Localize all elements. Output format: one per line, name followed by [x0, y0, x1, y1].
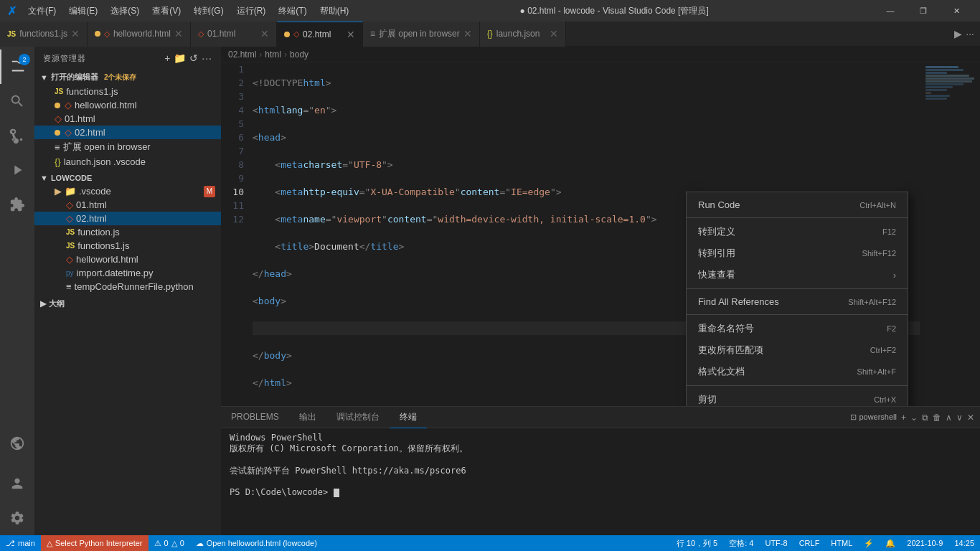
statusbar-time[interactable]: 14:25	[948, 535, 980, 551]
terminal-content[interactable]: Windows PowerShell 版权所有 (C) Microsoft Co…	[221, 428, 980, 535]
new-folder-icon[interactable]: 📁	[174, 52, 187, 64]
ctx-run-code[interactable]: Run Code Ctrl+Alt+N	[687, 195, 908, 215]
activity-search[interactable]	[0, 84, 34, 118]
tab-open-in-browser[interactable]: ≡ 扩展 open in browser ✕	[363, 22, 480, 47]
file-02html[interactable]: ◇ 02.html	[34, 212, 221, 225]
menu-view[interactable]: 查看(V)	[146, 2, 187, 20]
file-01html[interactable]: ◇ 01.html	[34, 198, 221, 212]
activity-extensions[interactable]	[0, 187, 34, 222]
file-import-datetime[interactable]: py import.datetime.py	[34, 266, 221, 280]
menu-select[interactable]: 选择(S)	[105, 2, 145, 20]
menu-terminal[interactable]: 终端(T)	[273, 2, 312, 20]
file-helloworldhtml[interactable]: ◇ helloworld.html	[34, 253, 221, 266]
panel-close-icon[interactable]: ✕	[967, 413, 974, 423]
ctx-change-all[interactable]: 更改所有匹配项 Ctrl+F2	[687, 339, 908, 361]
ctx-find-all-refs[interactable]: Find All References Shift+Alt+F12	[687, 292, 908, 311]
breadcrumb-html[interactable]: html	[265, 50, 281, 60]
tab-helloworld[interactable]: ◇ helloworld.html ✕	[88, 22, 191, 47]
tab-close-icon[interactable]: ✕	[550, 28, 558, 39]
open-file-launch-json[interactable]: {} launch.json .vscode	[34, 155, 221, 169]
tab-close-icon[interactable]: ✕	[347, 29, 355, 40]
folder-icon: 📁	[65, 186, 76, 197]
folder-vscode[interactable]: ▶ 📁 .vscode M	[34, 184, 221, 198]
ctx-goto-references[interactable]: 转到引用 Shift+F12	[687, 242, 908, 264]
activity-source-control[interactable]	[0, 118, 34, 153]
panel-layout-icon[interactable]: ⧉	[922, 413, 928, 423]
statusbar-line-col[interactable]: 行 10，列 5	[671, 535, 723, 551]
new-file-icon[interactable]: +	[164, 52, 171, 64]
panel-tab-output[interactable]: 输出	[289, 407, 326, 428]
ctx-goto-definition[interactable]: 转到定义 F12	[687, 221, 908, 242]
tab-close-icon[interactable]: ✕	[463, 28, 472, 39]
new-terminal-icon[interactable]: +	[901, 413, 906, 423]
open-file-02html[interactable]: ◇ 02.html	[34, 126, 221, 139]
tab-02html[interactable]: ◇ 02.html ✕	[277, 22, 363, 47]
menu-bar: 文件(F) 编辑(E) 选择(S) 查看(V) 转到(G) 运行(R) 终端(T…	[22, 2, 354, 20]
menu-run[interactable]: 运行(R)	[231, 2, 272, 20]
more-icon[interactable]: ···	[966, 28, 974, 39]
panel-tab-terminal[interactable]: 终端	[390, 407, 427, 428]
statusbar-git-branch[interactable]: ⎇ main	[0, 535, 41, 551]
close-button[interactable]: ✕	[940, 0, 973, 22]
statusbar-date[interactable]: 2021-10-9	[901, 535, 948, 551]
breadcrumb-body[interactable]: body	[290, 50, 308, 60]
activity-explorer[interactable]: 2	[0, 50, 34, 84]
statusbar-encoding[interactable]: UTF-8	[759, 535, 793, 551]
menu-file[interactable]: 文件(F)	[22, 2, 62, 20]
menu-edit[interactable]: 编辑(E)	[63, 2, 103, 20]
bell-icon: 🔔	[885, 539, 895, 548]
menu-help[interactable]: 帮助(H)	[314, 2, 355, 20]
line-numbers: 1 2 3 4 5 6 7 8 9 10 11 12	[221, 62, 250, 406]
minimize-button[interactable]: —	[874, 0, 907, 22]
file-functionjs[interactable]: JS function.js	[34, 225, 221, 239]
status-bar: ⎇ main △ Select Python Interpreter ⚠ 0 △…	[0, 535, 980, 551]
activity-remote[interactable]	[0, 426, 34, 461]
tab-01html[interactable]: ◇ 01.html ✕	[191, 22, 277, 47]
ctx-label: 格式化文档	[698, 365, 745, 378]
ctx-rename[interactable]: 重命名名符号 F2	[687, 318, 908, 339]
split-terminal-icon[interactable]: ⌄	[910, 413, 918, 423]
statusbar-notifications[interactable]: 🔔	[880, 535, 901, 551]
terminal-shell-label: ⊡ powershell	[850, 413, 897, 422]
file-functions1js[interactable]: JS functions1.js	[34, 239, 221, 253]
panel-collapse-icon[interactable]: ∧	[946, 413, 952, 423]
statusbar-open-helloworld[interactable]: ☁ Open helloworld.html (lowcode)	[190, 535, 323, 551]
open-editors-header[interactable]: ▼ 打开的编辑器 2个未保存	[34, 70, 221, 85]
tab-close-icon[interactable]: ✕	[260, 28, 269, 39]
language-label: HTML	[831, 539, 852, 547]
ctx-peek[interactable]: 快速查看 ›	[687, 264, 908, 286]
statusbar-errors[interactable]: ⚠ 0 △ 0	[149, 535, 190, 551]
tab-close-icon[interactable]: ✕	[71, 28, 80, 39]
delete-terminal-icon[interactable]: 🗑	[933, 413, 941, 423]
chevron-down-icon: ▼	[40, 73, 48, 82]
outline-header[interactable]: ▶ 大纲	[34, 296, 221, 311]
lowcode-header[interactable]: ▼ LOWCODE	[34, 171, 221, 184]
open-file-functions1[interactable]: JS functions1.js	[34, 85, 221, 98]
statusbar-prettier[interactable]: ⚡	[858, 535, 880, 551]
statusbar-line-endings[interactable]: CRLF	[793, 535, 826, 551]
more-actions-icon[interactable]: ···	[202, 52, 212, 64]
activity-run[interactable]	[0, 153, 34, 187]
maximize-button[interactable]: ❐	[907, 0, 940, 22]
panel-tab-problems[interactable]: PROBLEMS	[221, 407, 289, 428]
statusbar-language[interactable]: HTML	[825, 535, 858, 551]
open-file-01html[interactable]: ◇ 01.html	[34, 112, 221, 126]
statusbar-spaces[interactable]: 空格: 4	[723, 535, 759, 551]
open-file-open-in-browser[interactable]: ≡ 扩展 open in browser	[34, 139, 221, 155]
statusbar-python-interpreter[interactable]: △ Select Python Interpreter	[41, 535, 149, 551]
activity-settings[interactable]	[0, 501, 34, 535]
panel-expand-icon[interactable]: ∨	[956, 413, 963, 423]
refresh-icon[interactable]: ↺	[189, 52, 199, 64]
panel-tab-debug[interactable]: 调试控制台	[326, 407, 390, 428]
activity-account[interactable]	[0, 466, 34, 501]
tab-launch-json[interactable]: {} launch.json ✕	[480, 22, 566, 47]
run-icon[interactable]: ▶	[954, 28, 962, 39]
file-tempcoderunner[interactable]: ≡ tempCodeRunnerFile.python	[34, 280, 221, 293]
menu-goto[interactable]: 转到(G)	[188, 2, 229, 20]
ctx-format[interactable]: 格式化文档 Shift+Alt+F	[687, 361, 908, 382]
ctx-cut[interactable]: 剪切 Ctrl+X	[687, 389, 908, 406]
open-file-helloworld[interactable]: ◇ helloworld.html	[34, 98, 221, 112]
tab-close-icon[interactable]: ✕	[174, 28, 183, 39]
breadcrumb-file[interactable]: 02.html	[228, 50, 256, 60]
tab-functions1[interactable]: JS functions1.js ✕	[0, 22, 88, 47]
